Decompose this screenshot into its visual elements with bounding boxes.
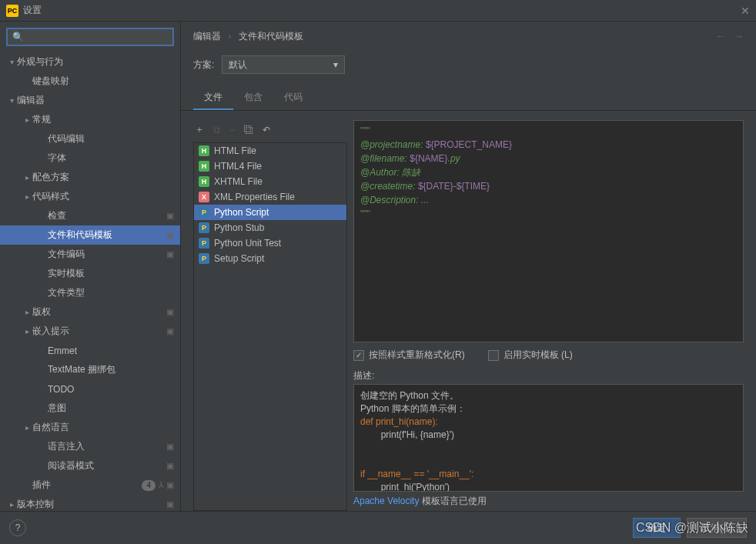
cancel-button[interactable]: 取消(A) <box>687 518 747 538</box>
py-file-icon: P <box>199 253 209 264</box>
copy-template-button[interactable]: ⧉ <box>213 125 220 135</box>
live-template-label: 启用实时模板 (L) <box>503 349 573 362</box>
chevron-down-icon: ▾ <box>333 59 338 70</box>
sidebar-item[interactable]: ▾外观与行为 <box>0 52 180 72</box>
copy-button[interactable]: ⿻ <box>244 125 253 135</box>
scheme-select[interactable]: 默认 ▾ <box>222 55 345 74</box>
tree-arrow-icon: ▸ <box>22 423 32 432</box>
scheme-value: 默认 <box>229 58 247 72</box>
template-item[interactable]: HXHTML File <box>194 174 346 189</box>
html-file-icon: H <box>199 176 209 187</box>
template-item-label: HTML File <box>214 145 256 156</box>
app-icon: PC <box>6 5 18 17</box>
template-item[interactable]: PPython Unit Test <box>194 235 346 251</box>
html-file-icon: H <box>199 145 209 156</box>
sidebar-item-label: 版本控制 <box>17 498 163 511</box>
sidebar-item[interactable]: ▸版权▣ <box>0 302 180 322</box>
sidebar-item[interactable]: 键盘映射 <box>0 72 180 91</box>
tree-arrow-icon: ▸ <box>22 192 32 201</box>
scheme-label: 方案: <box>193 58 214 72</box>
sidebar-item-label: 键盘映射 <box>32 75 174 88</box>
sidebar-item[interactable]: 文件和代码模板▣ <box>0 225 180 245</box>
nav-back-icon[interactable]: ← <box>716 31 725 42</box>
sidebar-item[interactable]: ▸版本控制▣ <box>0 495 180 511</box>
breadcrumb: 编辑器 › 文件和代码模板 ← → <box>181 22 756 51</box>
sidebar-item-label: 配色方案 <box>32 171 174 184</box>
tree-arrow-icon: ▾ <box>6 58 17 66</box>
project-scope-icon: ⅄ ▣ <box>159 480 174 490</box>
py-file-icon: P <box>199 238 209 249</box>
sidebar-item[interactable]: ▸代码样式 <box>0 187 180 206</box>
template-item-label: Python Stub <box>214 222 264 233</box>
nav-forward-icon[interactable]: → <box>734 31 744 42</box>
search-box[interactable]: 🔍 <box>6 28 174 46</box>
velocity-link[interactable]: Apache Velocity <box>353 496 419 506</box>
project-scope-icon: ▣ <box>166 211 174 221</box>
template-item[interactable]: PSetup Script <box>194 251 346 266</box>
template-item[interactable]: PPython Script <box>194 205 346 220</box>
sidebar-item[interactable]: 阅读器模式▣ <box>0 456 180 476</box>
template-item[interactable]: HHTML File <box>194 143 346 159</box>
sidebar-item[interactable]: ▾编辑器 <box>0 91 180 110</box>
settings-sidebar: 🔍 ▾外观与行为键盘映射▾编辑器▸常规代码编辑字体▸配色方案▸代码样式检查▣文件… <box>0 22 181 511</box>
sidebar-item-label: 文件和代码模板 <box>48 229 163 242</box>
tree-arrow-icon: ▸ <box>22 327 32 335</box>
sidebar-item[interactable]: 意图 <box>0 399 180 418</box>
sidebar-item[interactable]: 实时模板 <box>0 264 180 283</box>
sidebar-item[interactable]: ▸自然语言 <box>0 418 180 437</box>
sidebar-item[interactable]: ▸常规 <box>0 110 180 129</box>
sidebar-item[interactable]: 代码编辑 <box>0 129 180 149</box>
xml-file-icon: X <box>199 192 209 202</box>
template-item[interactable]: XXML Properties File <box>194 189 346 205</box>
sidebar-item-label: 语言注入 <box>48 440 163 453</box>
template-item[interactable]: HHTML4 File <box>194 159 346 174</box>
sidebar-item-label: 代码样式 <box>32 190 174 203</box>
template-item[interactable]: PPython Stub <box>194 220 346 235</box>
sidebar-item-label: 字体 <box>48 152 174 165</box>
sidebar-item[interactable]: TextMate 捆绑包 <box>0 360 180 379</box>
sidebar-item[interactable]: 文件编码▣ <box>0 245 180 264</box>
checkbox-icon <box>488 350 499 361</box>
description-label: 描述: <box>353 369 744 382</box>
sidebar-item[interactable]: 检查▣ <box>0 206 180 225</box>
search-input[interactable] <box>24 32 168 42</box>
template-editor[interactable]: """ @projectname: ${PROJECT_NAME} @filen… <box>353 120 744 342</box>
tab[interactable]: 包含 <box>233 86 273 110</box>
sidebar-item-label: 意图 <box>48 402 174 415</box>
tree-arrow-icon: ▾ <box>6 96 17 105</box>
velocity-note: Apache Velocity 模板语言已使用 <box>353 492 744 511</box>
tree-arrow-icon: ▸ <box>22 308 32 316</box>
badge: 4 <box>142 480 156 491</box>
sidebar-item[interactable]: 语言注入▣ <box>0 437 180 456</box>
revert-button[interactable]: ↶ <box>263 125 270 135</box>
description-box[interactable]: 创建空的 Python 文件。 Python 脚本的简单示例： def prin… <box>353 384 744 492</box>
sidebar-item-label: Emmet <box>48 345 174 356</box>
sidebar-item-label: 外观与行为 <box>17 55 174 68</box>
breadcrumb-b: 文件和代码模板 <box>239 31 303 42</box>
sidebar-item[interactable]: ▸配色方案 <box>0 168 180 187</box>
add-button[interactable]: ＋ <box>195 123 204 136</box>
help-button[interactable]: ? <box>9 519 26 536</box>
sidebar-item[interactable]: 文件类型 <box>0 283 180 302</box>
tab[interactable]: 文件 <box>193 86 233 110</box>
sidebar-item[interactable]: 插件4⅄ ▣ <box>0 476 180 495</box>
sidebar-item-label: 代码编辑 <box>48 132 174 145</box>
close-icon[interactable]: ✕ <box>741 5 750 17</box>
ok-button[interactable]: 确定 <box>633 518 681 538</box>
sidebar-item[interactable]: TODO <box>0 379 180 399</box>
sidebar-item[interactable]: Emmet <box>0 341 180 360</box>
sidebar-item-label: 实时模板 <box>48 267 174 280</box>
sidebar-item[interactable]: ▸嵌入提示▣ <box>0 322 180 341</box>
tab[interactable]: 代码 <box>273 86 313 110</box>
content-panel: 编辑器 › 文件和代码模板 ← → 方案: 默认 ▾ 文件包含代码 ＋ ⧉ <box>181 22 756 511</box>
sidebar-item[interactable]: 字体 <box>0 149 180 168</box>
file-toolbar: ＋ ⧉ − ⿻ ↶ <box>193 120 347 142</box>
reformat-checkbox[interactable]: 按照样式重新格式化(R) <box>353 349 465 362</box>
template-list: HHTML FileHHTML4 FileHXHTML FileXXML Pro… <box>193 142 347 511</box>
remove-button[interactable]: − <box>229 125 235 135</box>
template-item-label: Setup Script <box>214 253 264 264</box>
settings-tree: ▾外观与行为键盘映射▾编辑器▸常规代码编辑字体▸配色方案▸代码样式检查▣文件和代… <box>0 52 180 511</box>
tree-arrow-icon: ▸ <box>22 115 32 124</box>
live-template-checkbox[interactable]: 启用实时模板 (L) <box>488 349 573 362</box>
py-file-icon: P <box>199 207 209 218</box>
